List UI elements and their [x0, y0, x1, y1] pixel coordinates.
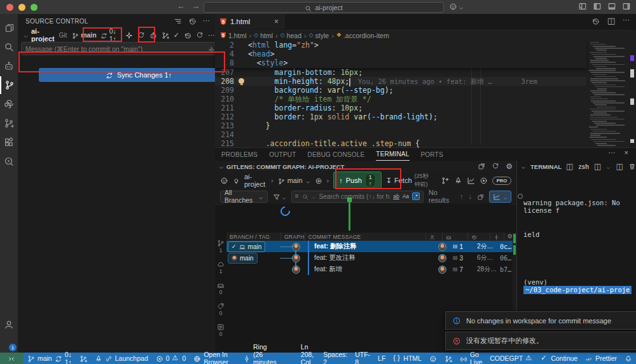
- col-sha[interactable]: [490, 233, 503, 241]
- minimap[interactable]: [588, 41, 628, 147]
- repo-branch[interactable]: main: [72, 31, 97, 39]
- status-notifications-bell[interactable]: [621, 353, 636, 364]
- regex-toggle[interactable]: .*: [412, 192, 420, 200]
- sparkle-icon[interactable]: [125, 31, 133, 39]
- close-panel-icon[interactable]: ×: [625, 149, 628, 156]
- branch-badge[interactable]: main: [228, 253, 258, 264]
- notification-toast-error[interactable]: 没有发现暂存中的修改。: [445, 332, 636, 350]
- incoming-outgoing-badge[interactable]: 0↓ 1↑: [100, 27, 120, 43]
- breadcrumb-item[interactable]: ◇style: [309, 32, 329, 39]
- rocket-icon[interactable]: [454, 177, 462, 185]
- col-settings-gear[interactable]: ⚙: [504, 233, 513, 241]
- history-icon[interactable]: [188, 17, 197, 25]
- scatter-graph-icon[interactable]: [467, 177, 475, 185]
- status-gitlens-keys[interactable]: [441, 353, 456, 364]
- prev-match-icon[interactable]: ↑: [460, 193, 464, 200]
- play-circle-icon[interactable]: [480, 177, 488, 185]
- more-actions-icon[interactable]: ⋯: [203, 17, 210, 25]
- open-in-editor-icon[interactable]: [478, 163, 485, 170]
- col-branch-tag[interactable]: BRANCH / TAG: [226, 233, 280, 241]
- panel-tab-problems[interactable]: PROBLEMS: [221, 151, 258, 158]
- activity-bar-item-accounts[interactable]: [0, 316, 18, 334]
- side-stash[interactable]: 0: [215, 281, 226, 295]
- breadcrumb-item[interactable]: ❖.accordion-item: [336, 32, 389, 39]
- fetch-button[interactable]: ↧ Fetch (25秒钟前): [386, 172, 429, 189]
- activity-bar-item-explorer[interactable]: [0, 19, 18, 37]
- status-cursor-position[interactable]: Ln 208, Col 24: [297, 353, 319, 364]
- refresh-icon[interactable]: [492, 163, 499, 170]
- command-center[interactable]: ai-project: [204, 2, 444, 13]
- target-icon[interactable]: [315, 177, 322, 184]
- lightbulb-icon[interactable]: [233, 177, 240, 184]
- next-match-icon[interactable]: ↓: [469, 193, 473, 200]
- history-icon[interactable]: [184, 31, 191, 39]
- activity-bar-item-gitlens-inspect[interactable]: [0, 152, 18, 170]
- whole-word-toggle[interactable]: ab: [393, 193, 399, 199]
- status-language-mode[interactable]: { }HTML: [389, 353, 425, 364]
- commit-row[interactable]: mainfeat: 更改注释▤36分…06…: [226, 252, 513, 264]
- col-graph[interactable]: GRAPH: [280, 233, 305, 241]
- col-date[interactable]: [467, 233, 490, 241]
- graph-canvas[interactable]: [226, 204, 513, 233]
- graph-view-toggle[interactable]: [489, 191, 511, 203]
- minimize-window-button[interactable]: [18, 4, 25, 11]
- side-branch[interactable]: 1: [215, 239, 226, 253]
- toggle-sidebar-icon[interactable]: [593, 2, 602, 11]
- side-worktree[interactable]: 0: [215, 323, 226, 337]
- panel-tab-output[interactable]: OUTPUT: [269, 151, 296, 158]
- status-github[interactable]: [425, 353, 441, 364]
- commit-search-input[interactable]: ≡ Search commits (↑↓ for hist ab Aa .*: [291, 191, 424, 203]
- gear-icon[interactable]: ⚙: [506, 163, 513, 170]
- push-button[interactable]: ↑ Push 1 ↑: [333, 172, 382, 189]
- back-icon[interactable]: ←: [177, 2, 185, 10]
- col-message[interactable]: COMMIT MESSAGE: [305, 233, 426, 241]
- status-remote-indicator[interactable]: [0, 353, 24, 364]
- refresh-icon[interactable]: [196, 31, 204, 39]
- branch-create-icon[interactable]: [441, 177, 450, 185]
- commit-row[interactable]: feat: 新增▤728分…b7…: [226, 264, 513, 275]
- side-tag[interactable]: 0: [215, 302, 226, 316]
- status-continue[interactable]: ✓Continue: [537, 353, 581, 364]
- stash-icon[interactable]: [217, 281, 225, 288]
- status-codegpt[interactable]: CODEGPT⚠: [486, 353, 537, 364]
- activity-bar-item-source-control[interactable]: [0, 76, 18, 94]
- commit-check-icon[interactable]: ✓: [174, 32, 179, 39]
- filter-button[interactable]: [273, 192, 286, 200]
- toggle-panel-icon[interactable]: [607, 2, 616, 11]
- panel-tab-ports[interactable]: PORTS: [421, 151, 443, 158]
- ai-commit-icon[interactable]: [149, 31, 157, 39]
- col-author[interactable]: [425, 233, 441, 241]
- chevron-down-icon[interactable]: [23, 32, 29, 38]
- commit-message-input[interactable]: Message (⌘Enter to commit on "main"): [21, 42, 219, 55]
- activity-bar-item-ai-chat[interactable]: [0, 57, 18, 75]
- new-terminal-icon[interactable]: ◫: [594, 163, 601, 170]
- status-indentation[interactable]: Spaces: 2: [319, 353, 351, 364]
- status-gitlens-status[interactable]: [76, 353, 91, 364]
- split-editor-icon[interactable]: ◫: [607, 17, 615, 25]
- tab-1html[interactable]: 5 1.html ×: [215, 14, 284, 29]
- cloud-icon[interactable]: [217, 260, 225, 267]
- shell-label[interactable]: zsh: [578, 163, 589, 170]
- customize-layout-icon[interactable]: [578, 2, 587, 11]
- window-controls[interactable]: [6, 4, 38, 11]
- graph-branch-picker[interactable]: main: [278, 177, 310, 184]
- more-actions-icon[interactable]: ⋯: [208, 32, 215, 39]
- tag-icon[interactable]: [217, 302, 225, 309]
- activity-bar-item-settings[interactable]: 1: [0, 334, 18, 352]
- commit-action-icon[interactable]: [137, 31, 145, 39]
- gear-icon[interactable]: ⚙: [508, 234, 513, 239]
- status-go-live[interactable]: Go Live: [456, 353, 486, 364]
- copilot-menu[interactable]: [449, 2, 464, 10]
- col-changes[interactable]: [442, 233, 468, 241]
- notification-toast-info[interactable]: No changes in workspace for commit messa…: [445, 311, 636, 330]
- trash-icon[interactable]: [628, 163, 636, 170]
- panel-icon[interactable]: ◫: [616, 163, 623, 170]
- commit-row[interactable]: ✓mainfeat: 删除注释▤12分…0c…: [226, 241, 513, 252]
- status-branch-status[interactable]: main0↓ 1↑: [24, 353, 76, 364]
- graph-repo-name[interactable]: ai-project: [244, 173, 266, 188]
- activity-bar-item-gitlens[interactable]: [0, 114, 18, 132]
- status-prettier[interactable]: Prettier: [581, 353, 621, 364]
- sparkle-icon[interactable]: [208, 45, 215, 52]
- activity-bar-item-extensions[interactable]: [0, 133, 18, 151]
- open-results-icon[interactable]: [477, 193, 484, 200]
